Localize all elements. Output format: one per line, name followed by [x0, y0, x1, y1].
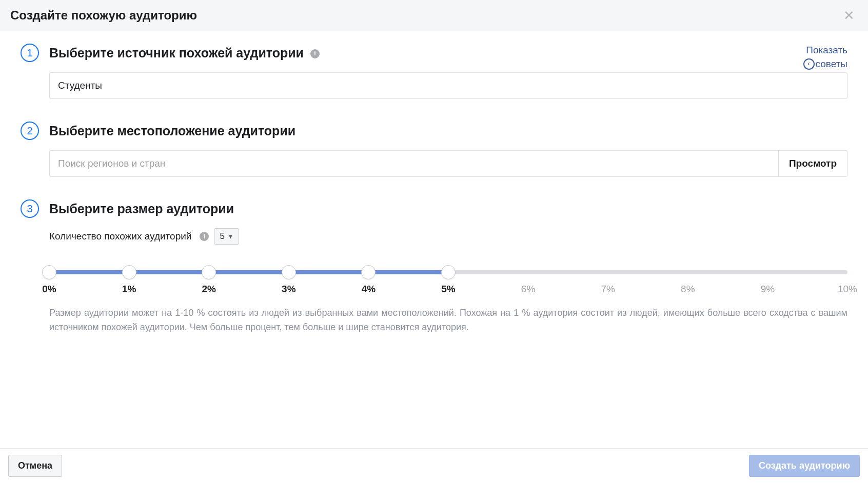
slider-tick-label: 6% [521, 284, 535, 295]
modal-title: Создайте похожую аудиторию [10, 8, 197, 23]
tips-line-1: Показать [803, 44, 847, 57]
show-tips-link[interactable]: Показать ‹советы [803, 44, 847, 71]
step-3-title: Выберите размер аудитории [49, 202, 234, 216]
location-search-input[interactable] [50, 151, 778, 176]
slider-tick-label: 8% [681, 284, 695, 295]
step-3-header: 3 Выберите размер аудитории [21, 199, 847, 218]
slider-handle[interactable] [122, 265, 136, 279]
audience-size-slider[interactable]: 0%1%2%3%4%5%6%7%8%9%10% [49, 270, 847, 297]
slider-tick-label: 3% [282, 284, 295, 295]
slider-tick-label: 7% [601, 284, 615, 295]
step-number-1: 1 [21, 44, 39, 62]
info-icon[interactable]: i [200, 232, 209, 241]
step-number-3: 3 [21, 199, 39, 218]
chevron-left-icon: ‹ [803, 58, 815, 70]
slider-fill [49, 270, 448, 274]
browse-button[interactable]: Просмотр [778, 151, 847, 176]
source-audience-value: Студенты [58, 80, 102, 91]
slider-handle[interactable] [42, 265, 56, 279]
slider-handle[interactable] [441, 265, 456, 279]
step-2-section: 2 Выберите местоположение аудитории Прос… [21, 122, 847, 177]
step-number-2: 2 [21, 122, 39, 140]
info-icon[interactable]: i [310, 49, 320, 58]
source-audience-input[interactable]: Студенты [49, 72, 847, 99]
chevron-down-icon: ▼ [228, 233, 233, 239]
close-icon[interactable]: ✕ [840, 9, 858, 22]
slider-tick-label: 2% [202, 284, 215, 295]
audience-count-label: Количество похожих аудиторий [49, 231, 191, 242]
slider-tick-label: 10% [838, 284, 857, 295]
slider-tick-label: 0% [42, 284, 56, 295]
slider-handle[interactable] [361, 265, 376, 279]
step-1-header: 1 Выберите источник похожей аудитории i [21, 44, 847, 62]
slider-track [49, 270, 847, 274]
audience-count-select[interactable]: 5 ▼ [214, 228, 239, 245]
audience-size-description: Размер аудитории может на 1-10 % состоят… [49, 306, 847, 335]
modal-footer: Отмена Создать аудиторию [0, 448, 868, 483]
step-2-title: Выберите местоположение аудитории [49, 124, 295, 138]
tips-line-2: ‹советы [803, 57, 847, 71]
audience-count-row: Количество похожих аудиторий i 5 ▼ [49, 228, 847, 245]
slider-tick-label: 9% [761, 284, 775, 295]
cancel-button[interactable]: Отмена [8, 455, 62, 477]
slider-labels: 0%1%2%3%4%5%6%7%8%9%10% [49, 284, 847, 297]
modal-body: Показать ‹советы 1 Выберите источник пох… [0, 31, 868, 345]
step-1-section: 1 Выберите источник похожей аудитории i … [21, 44, 847, 99]
create-audience-button[interactable]: Создать аудиторию [749, 455, 860, 477]
slider-handle[interactable] [282, 265, 296, 279]
location-input-wrap: Просмотр [49, 150, 847, 177]
slider-handle[interactable] [202, 265, 216, 279]
slider-tick-label: 1% [122, 284, 136, 295]
slider-tick-label: 5% [441, 284, 455, 295]
modal-header: Создайте похожую аудиторию ✕ [0, 0, 868, 31]
slider-tick-label: 4% [362, 284, 376, 295]
step-2-header: 2 Выберите местоположение аудитории [21, 122, 847, 140]
step-1-title: Выберите источник похожей аудитории i [49, 46, 320, 61]
step-3-section: 3 Выберите размер аудитории Количество п… [21, 199, 847, 335]
audience-count-value: 5 [220, 231, 224, 242]
